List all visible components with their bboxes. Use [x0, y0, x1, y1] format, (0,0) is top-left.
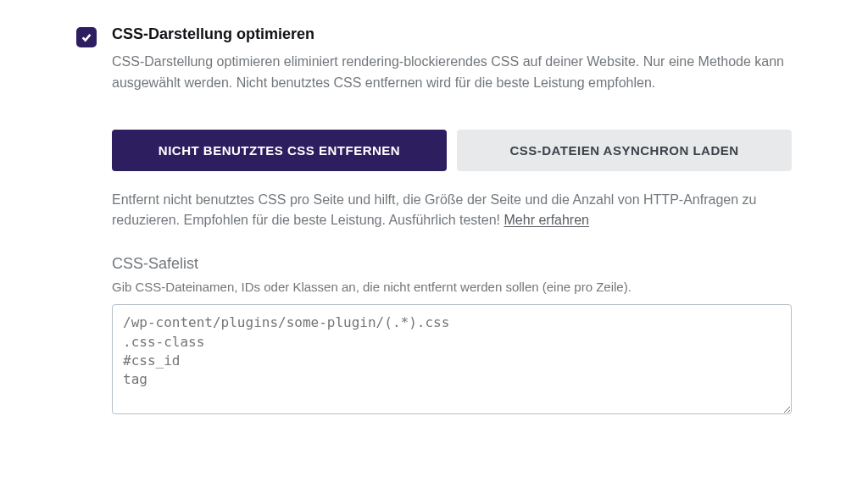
css-safelist-label: CSS-Safelist [112, 255, 792, 273]
check-icon [81, 31, 92, 43]
setting-title: CSS-Darstellung optimieren [112, 25, 792, 43]
css-method-tabs: NICHT BENUTZTES CSS ENTFERNEN CSS-DATEIE… [112, 130, 792, 171]
css-safelist-input[interactable] [112, 304, 792, 414]
css-safelist-hint: Gib CSS-Dateinamen, IDs oder Klassen an,… [112, 280, 792, 294]
tab-load-css-async[interactable]: CSS-DATEIEN ASYNCHRON LADEN [457, 130, 792, 171]
tab-remove-unused-css[interactable]: NICHT BENUTZTES CSS ENTFERNEN [112, 130, 447, 171]
setting-description: CSS-Darstellung optimieren eliminiert re… [112, 52, 792, 94]
optimize-css-setting: CSS-Darstellung optimieren CSS-Darstellu… [76, 25, 792, 418]
tab-description-text: Entfernt nicht benutztes CSS pro Seite u… [112, 192, 756, 228]
tab-description: Entfernt nicht benutztes CSS pro Seite u… [112, 190, 792, 232]
setting-body: CSS-Darstellung optimieren CSS-Darstellu… [112, 25, 792, 418]
learn-more-link[interactable]: Mehr erfahren [504, 213, 590, 227]
optimize-css-checkbox[interactable] [76, 27, 97, 47]
